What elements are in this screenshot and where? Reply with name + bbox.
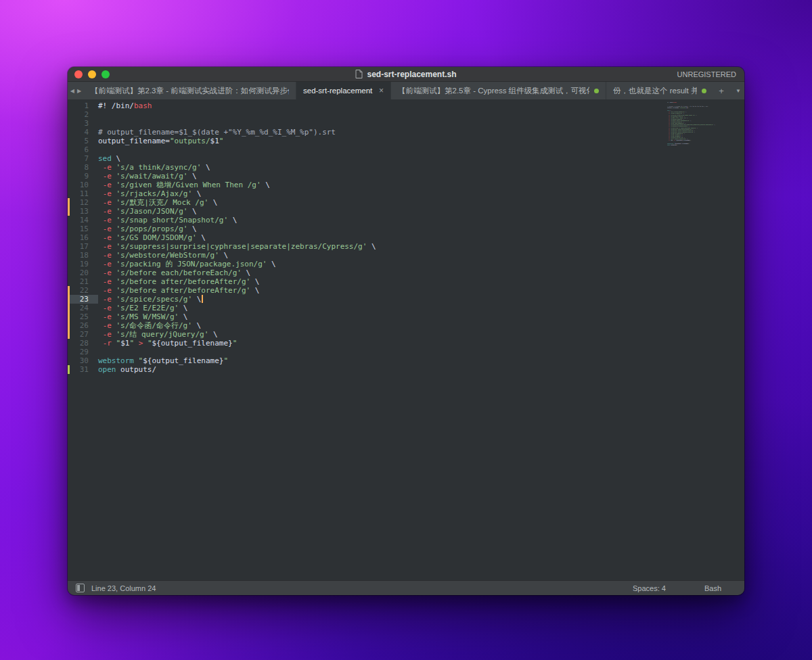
line-number[interactable]: 10 (68, 181, 98, 189)
indentation-status[interactable]: Spaces: 4 (633, 584, 666, 592)
code-area[interactable]: 1#! /bin/bash234# output_filename=$1_$(d… (68, 101, 744, 374)
code-line[interactable]: 5output_filename="outputs/$1" (68, 137, 744, 145)
line-number[interactable]: 2 (68, 110, 98, 119)
line-number[interactable]: 4 (68, 128, 98, 137)
line-number[interactable]: 16 (68, 233, 98, 242)
line-number[interactable]: 30 (68, 356, 98, 365)
code-text: -e 's/before each/beforeEach/g' \ (98, 268, 744, 277)
syntax-status[interactable]: Bash (704, 584, 721, 592)
line-number[interactable]: 27 (68, 330, 98, 339)
modified-region-marker (68, 330, 70, 339)
minimap-content: #! /bin/bash# output_filename=$1_$(date … (667, 101, 741, 145)
code-line[interactable]: 18 -e 's/webstore/WebStorm/g' \ (68, 251, 744, 260)
new-tab-button[interactable]: + (713, 82, 729, 99)
status-bar: Line 23, Column 24 Spaces: 4 Bash (68, 580, 744, 595)
code-line[interactable]: 31open outputs/ (68, 365, 744, 374)
code-line[interactable]: 27 -e 's/结 query/jQuery/g' \ (68, 330, 744, 339)
code-line[interactable]: 10 -e 's/given 稳增/Given When Then /g' \ (68, 181, 744, 189)
history-forward-icon[interactable]: ▶ (77, 88, 81, 94)
window-title: sed-srt-replacement.sh (367, 70, 456, 79)
line-number[interactable]: 12 (68, 198, 98, 207)
history-back-icon[interactable]: ◀ (70, 88, 74, 94)
code-line[interactable]: 3 (68, 119, 744, 128)
line-number[interactable]: 19 (68, 260, 98, 268)
code-text: -e 's/snap short/Snapshot/g' \ (98, 216, 744, 225)
line-number[interactable]: 1 (68, 101, 98, 110)
code-line[interactable]: 13 -e 's/Jason/JSON/g' \ (68, 207, 744, 216)
code-line[interactable]: 11 -e 's/rjacks/Ajax/g' \ (68, 189, 744, 198)
code-line[interactable]: 4# output_filename=$1_$(date +"%Y_%m_%d_… (68, 128, 744, 137)
code-line[interactable]: 12 -e 's/默克|沃克/ Mock /g' \ (68, 198, 744, 207)
line-number[interactable]: 17 (68, 242, 98, 251)
editor-tab[interactable]: 【前端测试】第2.5章 - Cypress 组件级集成测试，可视化操作组件 (391, 82, 606, 99)
editor-tab[interactable]: sed-srt-replacement.sh× (296, 82, 391, 99)
line-number[interactable]: 7 (68, 154, 98, 163)
line-number[interactable]: 24 (68, 304, 98, 312)
line-number[interactable]: 28 (68, 339, 98, 348)
line-number[interactable]: 18 (68, 251, 98, 260)
editor-tab[interactable]: 份，也就是这个 result 并且我 (606, 82, 713, 99)
line-number[interactable]: 29 (68, 348, 98, 356)
code-text: -e 's/GS DOM/JSDOM/g' \ (98, 233, 744, 242)
line-number[interactable]: 26 (68, 321, 98, 330)
sidebar-toggle-icon[interactable] (76, 584, 85, 592)
code-line[interactable]: 28 -r "$1" > "${output_filename}" (68, 339, 744, 348)
traffic-lights (68, 70, 110, 78)
code-text: -e 's/suppress|surprise|cyphrase|separat… (98, 242, 744, 251)
line-number[interactable]: 9 (68, 172, 98, 181)
code-line[interactable]: 19 -e 's/packing 的 JSON/package.json/g' … (68, 260, 744, 268)
code-line[interactable]: 6 (68, 145, 744, 154)
code-line[interactable]: 7sed \ (68, 154, 744, 163)
minimize-window-button[interactable] (88, 70, 96, 78)
line-number[interactable]: 23 (68, 295, 98, 304)
line-number[interactable]: 3 (68, 119, 98, 128)
code-text: -e 's/rjacks/Ajax/g' \ (98, 189, 744, 198)
code-line[interactable]: 8 -e 's/a think/async/g' \ (68, 163, 744, 172)
line-number[interactable]: 31 (68, 365, 98, 374)
title-bar[interactable]: sed-srt-replacement.sh UNREGISTERED (68, 67, 744, 82)
line-number[interactable]: 8 (68, 163, 98, 172)
line-number[interactable]: 25 (68, 312, 98, 321)
code-line[interactable]: 9 -e 's/wait/await/g' \ (68, 172, 744, 181)
code-line[interactable]: 1#! /bin/bash (68, 101, 744, 110)
code-line[interactable]: 16 -e 's/GS DOM/JSDOM/g' \ (68, 233, 744, 242)
code-line[interactable]: 26 -e 's/命令函/命令行/g' \ (68, 321, 744, 330)
line-number[interactable]: 5 (68, 137, 98, 145)
tab-history-nav: ◀ ▶ (68, 82, 84, 99)
desktop: { "window": { "title": "sed-srt-replacem… (0, 0, 812, 660)
code-line[interactable]: 21 -e 's/before after/beforeAfter/g' \ (68, 277, 744, 286)
modified-region-marker (68, 295, 70, 304)
editor-tab[interactable]: 【前端测试】第2.3章 - 前端测试实战进阶：如何测试异步代码？API (84, 82, 296, 99)
code-line[interactable]: 17 -e 's/suppress|surprise|cyphrase|sepa… (68, 242, 744, 251)
line-number[interactable]: 15 (68, 225, 98, 233)
window-title-group: sed-srt-replacement.sh (68, 67, 744, 81)
code-text: -e 's/默克|沃克/ Mock /g' \ (98, 198, 744, 207)
line-number[interactable]: 6 (68, 145, 98, 154)
code-line[interactable]: 20 -e 's/before each/beforeEach/g' \ (68, 268, 744, 277)
zoom-window-button[interactable] (102, 70, 110, 78)
close-window-button[interactable] (74, 70, 83, 78)
editor-pane[interactable]: 1#! /bin/bash234# output_filename=$1_$(d… (68, 99, 744, 580)
code-line[interactable]: 24 -e 's/E2 E/E2E/g' \ (68, 304, 744, 312)
code-line[interactable]: 30webstorm "${output_filename}" (68, 356, 744, 365)
line-number[interactable]: 14 (68, 216, 98, 225)
sublime-text-window: sed-srt-replacement.sh UNREGISTERED ◀ ▶ … (68, 67, 744, 595)
close-tab-icon[interactable]: × (379, 87, 384, 95)
code-line[interactable]: 25 -e 's/MS W/MSW/g' \ (68, 312, 744, 321)
code-line[interactable]: 23 -e 's/spice/specs/g' \ (68, 295, 744, 304)
line-number[interactable]: 21 (68, 277, 98, 286)
code-line[interactable]: 15 -e 's/pops/props/g' \ (68, 225, 744, 233)
line-number[interactable]: 22 (68, 286, 98, 295)
minimap[interactable]: #! /bin/bash# output_filename=$1_$(date … (667, 101, 743, 277)
code-line[interactable]: 22 -e 's/before after/beforeAfter/g' \ (68, 286, 744, 295)
text-caret (202, 295, 203, 303)
code-text (98, 119, 744, 128)
code-line[interactable]: 14 -e 's/snap short/Snapshot/g' \ (68, 216, 744, 225)
line-number[interactable]: 20 (68, 268, 98, 277)
code-line[interactable]: 2 (68, 110, 744, 119)
code-line[interactable]: 29 (68, 348, 744, 356)
line-number[interactable]: 11 (68, 189, 98, 198)
tab-overflow-button[interactable]: ▼ (729, 82, 744, 99)
code-text: -e 's/before after/beforeAfter/g' \ (98, 286, 744, 295)
line-number[interactable]: 13 (68, 207, 98, 216)
